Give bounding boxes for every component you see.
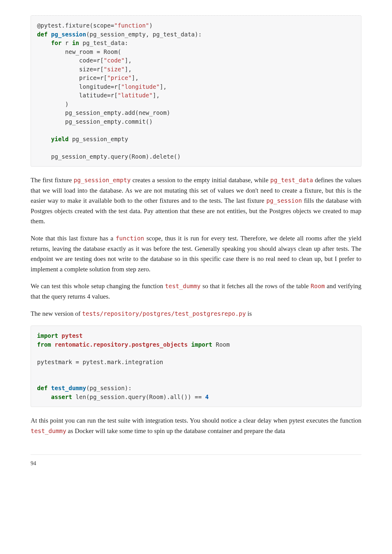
inline-code: function [116, 235, 144, 242]
code-block-2: import pytest from rentomatic.repository… [31, 326, 361, 407]
code-block-1: @pytest.fixture(scope="function") def pg… [31, 15, 361, 167]
paragraph-4: The new version of tests/repository/post… [31, 309, 361, 319]
inline-code: Room [311, 283, 325, 290]
inline-code: pg_test_data [270, 177, 313, 184]
kw-import: import [191, 341, 212, 348]
inline-code: test_dummy [165, 283, 201, 290]
page-number: 94 [31, 460, 361, 467]
paragraph-3: We can test this whole setup changing th… [31, 281, 361, 302]
module: rentomatic.repository.postgres_objects [55, 341, 188, 348]
decorator: @pytest.fixture(scope="function") [37, 22, 153, 29]
inline-code: tests/repository/postgres/test_postgresr… [82, 310, 246, 317]
kw-assert: assert [51, 394, 72, 400]
kw-def: def [37, 31, 47, 38]
kw-for: for [51, 40, 62, 46]
inline-code: test_dummy [31, 428, 66, 435]
inline-code: pg_session [266, 197, 302, 204]
kw-import: import [37, 332, 58, 339]
paragraph-2: Note that this last fixture has a functi… [31, 233, 361, 274]
module: pytest [62, 332, 83, 339]
inline-code: pg_session_empty [74, 177, 130, 184]
kw-yield: yield [51, 136, 69, 142]
paragraph-1: The first fixture pg_session_empty creat… [31, 175, 361, 227]
footer-divider [31, 454, 361, 455]
paragraph-5: At this point you can run the test suite… [31, 416, 361, 436]
kw-in: in [72, 40, 79, 46]
kw-from: from [37, 341, 51, 348]
kw-def: def [37, 385, 47, 391]
fn-name: test_dummy [51, 385, 86, 391]
fn-name: pg_session [51, 31, 86, 38]
